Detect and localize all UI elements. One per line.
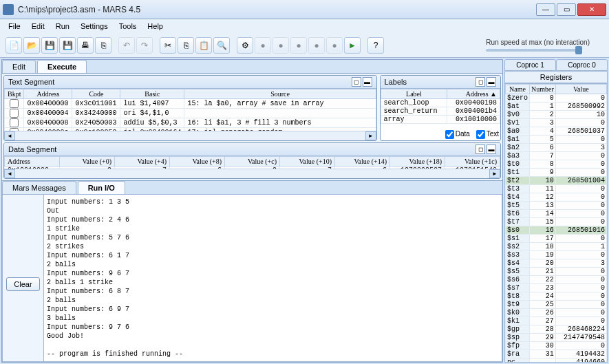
tab-coproc1[interactable]: Coproc 1 [504,59,556,71]
tab-mars-messages[interactable]: Mars Messages [2,181,76,194]
console-output[interactable]: Input numbers: 1 3 5 Out Input numbers: … [43,194,502,362]
maximize-button[interactable]: ▭ [557,3,576,16]
minimize-button[interactable]: — [536,3,555,16]
pause-icon[interactable]: ● [308,37,325,54]
register-row[interactable]: $t7150 [506,218,607,226]
registers-table: Name Number Value $zero00$at1268500992$v… [505,84,607,363]
tab-edit[interactable]: Edit [2,60,36,73]
register-row[interactable]: $s1170 [506,235,607,243]
register-row[interactable]: $v0210 [506,111,607,119]
register-row[interactable]: $t4120 [506,193,607,202]
new-icon[interactable]: 📄 [6,37,22,54]
copy-icon[interactable]: ⎘ [178,37,194,54]
collapse-icon[interactable]: ▬ [363,77,372,87]
text-segment-table: Bkpt Address Code Basic Source 0x0040000… [4,89,376,131]
register-row[interactable]: $s7230 [506,284,607,292]
register-row[interactable]: $s016268501016 [506,226,607,235]
save-icon[interactable]: 💾 [41,37,58,54]
register-row[interactable]: $gp28268468224 [506,325,607,334]
labels-row[interactable]: array0x10010000 [381,116,500,124]
step-icon[interactable]: ● [273,37,289,54]
help-icon[interactable]: ? [367,37,384,54]
toolbar: 📄 📂 💾 💾 🖶 ⎘ ↶ ↷ ✂ ⎘ 📋 🔍 ⚙ ● ● ● ● ● ► ? … [0,33,609,58]
find-icon[interactable]: 🔍 [213,37,230,54]
register-row[interactable]: $a04268501037 [506,127,607,136]
register-row[interactable]: $at1268500992 [506,103,607,111]
detach-icon[interactable]: ◻ [352,77,361,87]
register-row[interactable]: $t080 [506,160,607,169]
undo-icon[interactable]: ↶ [118,37,135,54]
register-row[interactable]: $s6220 [506,276,607,284]
menu-help[interactable]: Help [142,21,169,32]
saveas-icon[interactable]: 💾 [59,37,76,54]
register-row[interactable]: $s2181 [506,243,607,251]
reset-icon[interactable]: ► [344,37,361,54]
cut-icon[interactable]: ✂ [160,37,176,54]
run-speed-slider[interactable] [486,49,582,52]
text-segment-row[interactable]: 0x004000000x3c011001lui $1,409715: la $a… [5,99,376,109]
menu-edit[interactable]: Edit [26,21,50,32]
register-row[interactable]: $a370 [506,152,607,160]
register-row[interactable]: $k0260 [506,309,607,317]
labels-text-checkbox[interactable] [476,130,485,139]
close-button[interactable]: ✕ [577,3,606,16]
register-row[interactable]: $t8240 [506,292,607,301]
run-speed: Run speed at max (no interaction) [486,39,590,52]
menu-run[interactable]: Run [50,21,75,32]
labels-row[interactable]: search_loop0x00400198 [381,99,500,107]
detach-icon[interactable]: ◻ [476,144,485,154]
assemble-icon[interactable]: ⚙ [237,37,253,54]
register-row[interactable]: $t3110 [506,185,607,193]
tab-execute[interactable]: Execute [37,60,87,73]
menu-file[interactable]: File [3,21,26,32]
clear-button[interactable]: Clear [6,277,39,291]
register-row[interactable]: $k1270 [506,317,607,325]
register-row[interactable]: $a150 [506,136,607,144]
run-icon[interactable]: ● [255,37,271,54]
register-row[interactable]: $fp300 [506,342,607,350]
labels-row[interactable]: search_return0x004001b4 [381,107,500,116]
paste-icon[interactable]: 📋 [195,37,212,54]
data-segment-scroll[interactable] [4,169,500,178]
register-row[interactable]: $t6140 [506,210,607,218]
tab-run-io[interactable]: Run I/O [78,181,125,194]
open-icon[interactable]: 📂 [23,37,40,54]
text-segment-title: Text Segment [8,78,350,86]
register-row[interactable]: $t5130 [506,202,607,210]
text-segment-scroll[interactable] [4,131,376,140]
register-row[interactable]: $a263 [506,144,607,152]
register-row[interactable]: $t9250 [506,301,607,309]
register-row[interactable]: $t190 [506,169,607,177]
register-row[interactable]: $ra314194432 [506,350,607,358]
register-row[interactable]: $s3190 [506,251,607,259]
register-row[interactable]: $v130 [506,119,607,127]
stop-icon[interactable]: ● [326,37,343,54]
bkpt-checkbox[interactable] [10,99,19,108]
text-segment-row[interactable]: 0x004000080x24050003addiu $5,$0,316: li … [5,118,376,128]
collapse-icon[interactable]: ▬ [487,144,496,154]
menu-settings[interactable]: Settings [75,21,114,32]
register-row[interactable]: $s5210 [506,268,607,276]
redo-icon[interactable]: ↷ [136,37,153,54]
detach-icon[interactable]: ◻ [476,77,485,87]
back-icon[interactable]: ● [290,37,307,54]
bkpt-checkbox[interactable] [10,118,19,127]
register-row[interactable]: $s4203 [506,259,607,268]
console: Clear Input numbers: 1 3 5 Out Input num… [2,194,502,362]
bottom-tabs: Mars Messages Run I/O [2,180,502,194]
register-row[interactable]: pc4194660 [506,358,607,363]
data-segment-panel: Data Segment ◻ ▬ AddressValue (+0)Value … [3,142,501,179]
print-icon[interactable]: 🖶 [77,37,94,54]
text-segment-row[interactable]: 0x004000040x34240000ori $4,$1,0 [5,109,376,118]
tab-coproc0[interactable]: Coproc 0 [556,59,608,71]
titlebar: C:\mips\project3.asm - MARS 4.5 — ▭ ✕ [0,0,609,19]
text-segment-panel: Text Segment ◻ ▬ Bkpt Address Code Basic… [3,75,377,141]
dump-icon[interactable]: ⎘ [95,37,111,54]
register-row[interactable]: $t210268501004 [506,177,607,185]
register-row[interactable]: $sp292147479548 [506,334,607,342]
register-row[interactable]: $zero00 [506,94,607,103]
bkpt-checkbox[interactable] [10,109,19,118]
collapse-icon[interactable]: ▬ [487,77,496,87]
menu-tools[interactable]: Tools [114,21,142,32]
labels-data-checkbox[interactable] [445,130,454,139]
